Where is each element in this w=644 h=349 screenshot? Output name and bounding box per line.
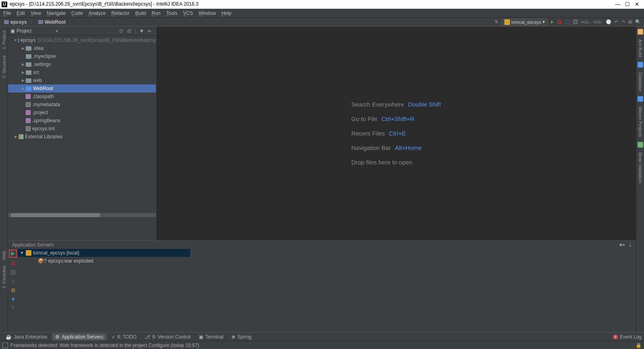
menu-run[interactable]: Run [152, 10, 161, 16]
server-tree-node[interactable]: ▼tomcat_epcsys [local] [18, 249, 190, 257]
status-icon[interactable] [2, 343, 8, 348]
vcs-commit-icon[interactable]: VCS↑ [593, 20, 603, 24]
tree-label: .classpath [32, 94, 54, 99]
menu-code[interactable]: Code [71, 10, 83, 16]
tree-node[interactable]: ▼epcsysD:\114.215.206.26_svn\Epcsys\B_代码… [8, 36, 156, 44]
breadcrumb-item[interactable]: WebRoot [36, 19, 68, 25]
server-tree-node[interactable]: 📦?epcsys:war exploded [18, 257, 190, 265]
bottom-tab-todo[interactable]: ✓6: TODO [108, 333, 140, 341]
menu-analyze[interactable]: Analyze [89, 10, 106, 16]
tool-project[interactable]: 1: Project [2, 29, 6, 51]
app-servers-tree[interactable]: ▼tomcat_epcsys [local]📦?epcsys:war explo… [18, 249, 191, 332]
stop-button[interactable] [573, 20, 578, 24]
hint-label: Recent Files [351, 126, 385, 141]
tree-arrow[interactable]: ▶ [14, 135, 18, 139]
tree-node[interactable]: .mymetadata [8, 101, 156, 109]
breadcrumb-item[interactable]: epcsys [2, 19, 29, 25]
coverage-button[interactable]: ⛶ [566, 20, 570, 25]
collapse-icon[interactable]: ⊟ [127, 28, 133, 34]
tree-arrow[interactable]: ▶ [21, 78, 25, 82]
bottom-tab-javaenterprise[interactable]: ☕Java Enterprise [2, 333, 50, 341]
redo-icon[interactable]: ↷ [621, 19, 625, 25]
tool-favorites[interactable]: 2: Favorites [2, 264, 6, 290]
close-button[interactable]: ✕ [635, 1, 639, 7]
gear-icon[interactable]: ✸▾ [619, 242, 625, 248]
event-log-button[interactable]: !Event Log [613, 334, 642, 340]
tree-arrow[interactable]: ▶ [21, 62, 25, 66]
artifact-icon: 📦? [38, 258, 47, 264]
bottom-tab-versioncontrol[interactable]: ⎇9: Version Control [141, 333, 194, 341]
chevron-down-icon[interactable]: ▾ [56, 28, 58, 34]
bottom-tab-applicationservers[interactable]: ⚙Application Servers [52, 333, 106, 341]
main-area: 1: Project7: Structure ▣ Project ▾ ⊙ ⊟ |… [0, 27, 644, 332]
tree-label: src [33, 70, 39, 75]
maximize-button[interactable]: ☐ [625, 1, 630, 7]
vcs-history-icon[interactable]: 🕓 [606, 19, 611, 25]
run-server-button[interactable] [9, 250, 17, 258]
tree-node[interactable]: ▶.settings [8, 60, 156, 68]
tree-node[interactable]: .classpath [8, 92, 156, 101]
tree-arrow[interactable]: ▶ [21, 86, 25, 90]
tree-node[interactable]: ▶External Libraries [8, 133, 156, 141]
tree-arrow[interactable]: ▶ [21, 70, 25, 74]
editor-empty[interactable]: Search EverywhereDouble ShiftGo to FileC… [156, 27, 636, 240]
lock-icon[interactable]: 🔒 [636, 343, 642, 348]
menu-navigate[interactable]: Navigate [47, 10, 66, 16]
tree-node[interactable]: .myeclipse [8, 52, 156, 60]
tree-scrollbar[interactable] [8, 213, 156, 217]
menu-tools[interactable]: Tools [166, 10, 178, 16]
help-icon[interactable]: ? [10, 304, 16, 311]
tree-node[interactable]: ▶web [8, 76, 156, 84]
menu-help[interactable]: Help [221, 10, 231, 16]
menu-edit[interactable]: Edit [17, 10, 25, 16]
tree-arrow[interactable]: ▶ [21, 46, 25, 50]
run-config-selector[interactable]: tomcat_epcsys ▾ [502, 18, 548, 26]
minimize-button[interactable]: — [615, 1, 620, 7]
scroll-from-source-icon[interactable]: ⊙ [119, 28, 125, 34]
tab-icon: ❀ [231, 334, 235, 340]
hide-icon[interactable]: ⇤ [148, 28, 153, 34]
deploy-icon[interactable]: ▦ [10, 287, 16, 293]
search-icon[interactable]: 🔍 [635, 19, 641, 25]
tool-web[interactable]: Web [2, 249, 6, 261]
debug-server-button[interactable]: 🐞 [10, 260, 16, 267]
run-button[interactable] [551, 21, 553, 24]
tree-node[interactable]: .springBeans [8, 117, 156, 125]
app-icon: IJ [2, 2, 7, 7]
hide-icon[interactable]: ⤓ [628, 242, 632, 248]
app-servers-title: Application Servers [12, 242, 54, 248]
file-icon [26, 94, 31, 99]
menu-file[interactable]: File [3, 10, 11, 16]
make-project-icon[interactable]: ⇅ [495, 19, 498, 25]
stop-server-button[interactable] [10, 269, 16, 275]
tree-node[interactable]: epcsys.iml [8, 125, 156, 133]
menu-refactor[interactable]: Refactor [111, 10, 130, 16]
tool-beanvalidation[interactable]: Bean Validation [638, 151, 643, 185]
breadcrumb-sep: 〉 [30, 18, 35, 25]
tree-node[interactable]: .project [8, 109, 156, 117]
vcs-update-icon[interactable]: VCS↓ [581, 20, 590, 24]
menu-vcs[interactable]: VCS [183, 10, 193, 16]
tool-mavenprojects[interactable]: Maven Projects [638, 105, 643, 139]
tool-antbuild[interactable]: Ant Build [638, 38, 643, 59]
project-tree[interactable]: ▼epcsysD:\114.215.206.26_svn\Epcsys\B_代码… [8, 35, 156, 240]
tool-database[interactable]: Database [638, 71, 643, 93]
update-icon[interactable]: ⎌ [10, 278, 16, 284]
tool-structure[interactable]: 7: Structure [2, 54, 6, 80]
gear-icon[interactable]: ✸ [140, 28, 145, 34]
menu-window[interactable]: Window [198, 10, 216, 16]
bottom-tab-terminal[interactable]: ▣Terminal [196, 333, 227, 341]
structure-popup-icon[interactable]: ⊞ [628, 19, 632, 25]
artifact-icon[interactable]: ◆ [10, 296, 16, 302]
bottom-tab-spring[interactable]: ❀Spring [228, 333, 255, 341]
tree-node[interactable]: ▶WebRoot [8, 84, 156, 92]
undo-icon[interactable]: ↶ [615, 19, 618, 25]
tree-path: D:\114.215.206.26_svn\Epcsys\B_代码\Backen… [38, 37, 156, 44]
tree-node[interactable]: ▶src [8, 68, 156, 76]
tree-label: .myeclipse [33, 53, 56, 59]
tree-arrow[interactable]: ▼ [14, 38, 17, 42]
tree-node[interactable]: ▶.idea [8, 44, 156, 52]
menu-build[interactable]: Build [135, 10, 146, 16]
debug-button[interactable]: 🐞 [557, 19, 562, 25]
menu-view[interactable]: View [31, 10, 41, 16]
